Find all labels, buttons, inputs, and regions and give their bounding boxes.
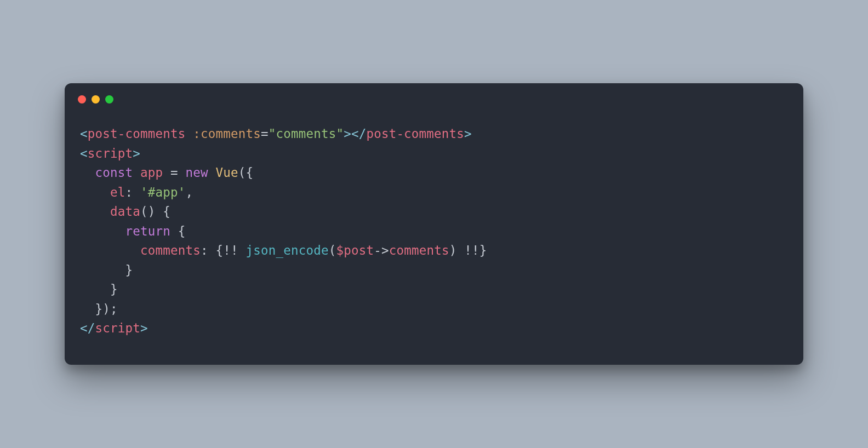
code-token: < — [80, 146, 88, 160]
code-token: script — [95, 321, 140, 335]
code-token: : — [125, 185, 141, 199]
code-token: return — [125, 224, 170, 238]
code-token: :comments — [193, 127, 261, 141]
code-line: } — [80, 280, 788, 300]
code-token: json_encode — [245, 243, 328, 257]
code-token: Vue — [215, 165, 238, 180]
zoom-icon[interactable] — [105, 95, 113, 104]
window-titlebar — [65, 83, 803, 104]
code-token: app — [140, 165, 163, 180]
code-token — [133, 165, 140, 180]
code-token: -> — [374, 243, 389, 257]
code-line: const app = new Vue({ — [80, 163, 788, 183]
code-token: script — [88, 146, 133, 160]
code-token: post-comments — [366, 127, 464, 141]
code-token: } — [110, 282, 118, 296]
code-line: el: '#app', — [80, 183, 788, 203]
code-token — [178, 165, 186, 180]
code-token: , — [185, 185, 193, 199]
code-line: <script> — [80, 144, 788, 164]
code-token — [208, 165, 216, 180]
code-token — [185, 127, 193, 141]
minimize-icon[interactable] — [92, 95, 100, 104]
code-token: ( — [329, 243, 336, 257]
code-token: ({ — [238, 165, 254, 180]
code-token: }); — [95, 302, 118, 316]
code-token: > — [464, 127, 472, 141]
code-token: { — [170, 224, 186, 238]
code-line: return { — [80, 222, 788, 242]
close-icon[interactable] — [78, 95, 86, 104]
code-token: el — [110, 185, 125, 199]
code-token — [163, 165, 170, 180]
code-line: comments: {!! json_encode($post->comment… — [80, 241, 788, 261]
code-token: ) — [449, 243, 465, 257]
code-token: '#app' — [140, 185, 185, 199]
code-window: <post-comments :comments="comments"></po… — [65, 83, 803, 365]
code-token: () { — [140, 204, 170, 219]
code-token: : { — [201, 243, 223, 257]
code-token: </ — [351, 127, 367, 141]
code-token: > — [133, 146, 140, 160]
code-token: > — [140, 321, 148, 335]
code-token: $post — [336, 243, 374, 257]
code-token: comments — [140, 243, 201, 257]
code-token: data — [110, 204, 140, 219]
code-token: !! — [223, 243, 238, 257]
code-token: } — [125, 263, 133, 277]
code-line: } — [80, 261, 788, 280]
code-token: const — [95, 165, 133, 180]
code-token: post-comments — [88, 127, 186, 141]
code-token — [238, 243, 246, 257]
code-token: "comments" — [269, 127, 344, 141]
code-line: <post-comments :comments="comments"></po… — [80, 124, 788, 144]
code-line: </script> — [80, 319, 788, 338]
code-token: !! — [464, 243, 479, 257]
code-token: } — [479, 243, 487, 257]
code-token: </ — [80, 321, 95, 335]
code-line: }); — [80, 300, 788, 319]
code-token: < — [80, 127, 88, 141]
code-line: data() { — [80, 202, 788, 222]
code-token: new — [185, 165, 208, 180]
code-token: = — [170, 165, 178, 180]
code-token: > — [344, 127, 351, 141]
code-token: comments — [389, 243, 449, 257]
code-token: = — [261, 127, 269, 141]
code-block: <post-comments :comments="comments"></po… — [65, 104, 803, 365]
